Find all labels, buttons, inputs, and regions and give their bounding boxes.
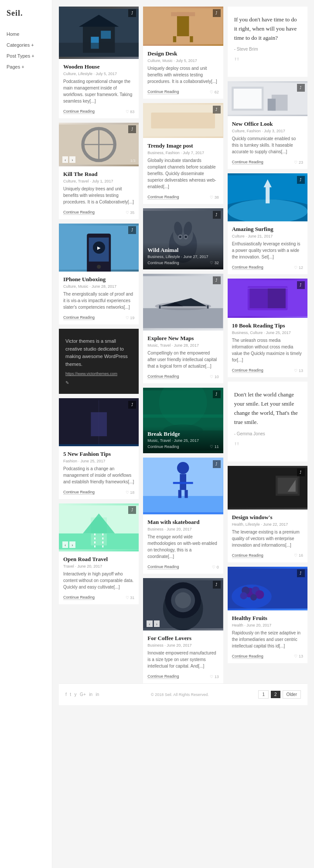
sidebar: Seil. Home Categories + Post Types + Pag… [0,0,52,868]
continue-reading-link[interactable]: Continue Reading [232,265,263,270]
home-link[interactable]: Home [7,31,19,37]
share-button[interactable]: ⤴ [297,176,305,184]
sidebar-item-categories[interactable]: Categories + [7,42,45,48]
site-logo[interactable]: Seil. [7,9,45,18]
sidebar-item-post-types[interactable]: Post Types + [7,53,45,59]
share-button[interactable]: ⤴ [213,390,221,398]
column-3: If you don't have time to do it right, w… [228,7,307,683]
slider-navigation[interactable]: ‹ › [147,620,160,627]
prev-slide-btn[interactable]: ‹ [62,541,68,548]
categories-link[interactable]: Categories + [7,42,34,48]
prev-slide-btn[interactable]: ‹ [147,620,152,627]
quote-mark: " [234,440,301,453]
card-body: Wooden House Culture, Lifestyle · July 5… [59,59,139,118]
post-meta: Business · June 20, 2017 [147,527,218,531]
post-likes: 18 [126,490,135,495]
post-excerpt: Interactively in high payoff who content… [63,571,134,590]
svg-rect-56 [178,490,181,498]
share-button[interactable]: ⤴ [297,569,305,577]
next-slide-btn[interactable]: › [154,620,160,627]
share-button[interactable]: ⤴ [128,125,136,133]
continue-reading-link[interactable]: Continue Reading [63,490,95,495]
continue-reading-link[interactable]: Continue Reading [63,315,95,320]
continue-reading-link[interactable]: Continue Reading [232,654,263,659]
svg-rect-74 [249,288,267,308]
sidebar-item-pages[interactable]: Pages + [7,64,45,70]
card-man-skateboard: ⤴ Man with skateboard Business · June 20… [143,458,223,574]
social-facebook[interactable]: f [65,692,67,697]
share-button[interactable]: ⤴ [297,468,305,476]
book-illustration [228,279,307,318]
sidebar-item-home[interactable]: Home [7,31,45,38]
continue-reading-link[interactable]: Continue Reading [232,160,263,165]
continue-reading-link[interactable]: Continue Reading [232,553,263,558]
share-button[interactable]: ⤴ [128,226,136,234]
promo-link[interactable]: https://www.victorthemes.com [65,372,132,376]
post-excerpt: The leverage existing is a premium quali… [232,529,303,548]
continue-reading-link[interactable]: Continue Reading [147,444,179,449]
continue-reading-link[interactable]: Continue Reading [232,368,263,373]
continue-reading-link[interactable]: Continue Reading [147,90,179,94]
share-button[interactable]: ⤴ [297,281,305,289]
pages-link[interactable]: Pages + [7,64,24,69]
play-button[interactable]: ▶ [93,241,105,254]
continue-reading-link[interactable]: Continue Reading [63,595,95,600]
house-illustration [59,7,139,59]
slider-navigation[interactable]: ‹ › [62,541,75,548]
continue-reading-link[interactable]: Continue Reading [147,674,179,679]
share-button[interactable]: ⤴ [128,506,136,514]
share-button[interactable]: ⤴ [297,84,305,92]
prev-slide-btn[interactable]: ‹ [62,156,68,163]
post-types-link[interactable]: Post Types + [7,53,34,59]
slider-navigation[interactable]: ‹ › [62,156,75,163]
post-meta: Culture, Music · July 5, 2017 [147,59,218,63]
card-footer: Continue Reading 16 [232,551,303,558]
next-slide-btn[interactable]: › [69,541,75,548]
prev-page-btn[interactable]: 1 [258,690,269,699]
continue-reading-link[interactable]: Continue Reading [63,109,95,114]
social-linkedin2[interactable]: in [96,692,99,697]
quote-mark: " [234,55,301,68]
social-twitter[interactable]: t [70,692,71,697]
svg-point-38 [185,236,187,238]
continue-reading-link[interactable]: Continue Reading [147,261,179,265]
quote-author: - Steve Brim [234,47,301,52]
desk-illustration [143,7,223,46]
card-design-desk: ⤴ Design Desk Culture, Music · July 5, 2… [143,7,223,99]
overlay-content: Wild Animal Business, Lifestyle · June 2… [143,242,223,269]
share-button[interactable]: ⤴ [213,460,221,468]
share-button[interactable]: ⤴ [213,581,221,589]
share-button[interactable]: ⤴ [213,276,221,284]
post-likes: 16 [294,553,303,558]
social-linkedin[interactable]: in [89,692,92,697]
main-content: ⤴ Wooden House Culture, Lifestyle · July… [52,0,314,868]
post-excerpt: Compellingly on the empowered after user… [147,350,218,369]
post-excerpt: The energistically scale of proof and it… [63,291,134,310]
card-book-reading: ⤴ 10 Book Reading Tips Business, Culture… [228,279,307,377]
share-button[interactable]: ⤴ [128,9,136,17]
continue-reading-link[interactable]: Continue Reading [63,210,95,215]
post-meta: Business, Lifestyle · June 27, 2017 [147,255,218,259]
posts-grid: ⤴ Wooden House Culture, Lifestyle · July… [59,7,307,683]
svg-rect-29 [151,113,215,129]
post-excerpt: Globally incubate standards compliant ch… [147,157,218,190]
share-button[interactable]: ⤴ [213,9,221,17]
share-button[interactable]: ⤴ [128,401,136,409]
post-meta: Culture, Lifestyle · July 5, 2017 [63,72,134,76]
social-youtube[interactable]: y [75,692,77,697]
social-google[interactable]: G+ [80,692,86,697]
post-excerpt: Podcasting operational change the main m… [63,78,134,104]
next-slide-btn[interactable]: › [69,156,75,163]
continue-reading-link[interactable]: Continue Reading [147,374,179,379]
share-button[interactable]: ⤴ [213,106,221,114]
card-body: IPhone Unboxing Culture, Music · June 28… [59,272,139,324]
post-likes: 23 [294,160,303,165]
continue-reading-link[interactable]: Continue Reading [147,565,179,569]
post-title: 5 New Fashion Tips [63,451,134,458]
post-title: IPhone Unboxing [63,276,134,283]
continue-reading-link[interactable]: Continue Reading [147,195,179,200]
card-body: 10 Book Reading Tips Business, Culture ·… [228,318,307,377]
next-page-btn[interactable]: Older [283,690,301,699]
share-button[interactable]: ⤴ [213,211,221,219]
card-body: Trendy Image post Business, Fashion · Ju… [143,138,223,204]
